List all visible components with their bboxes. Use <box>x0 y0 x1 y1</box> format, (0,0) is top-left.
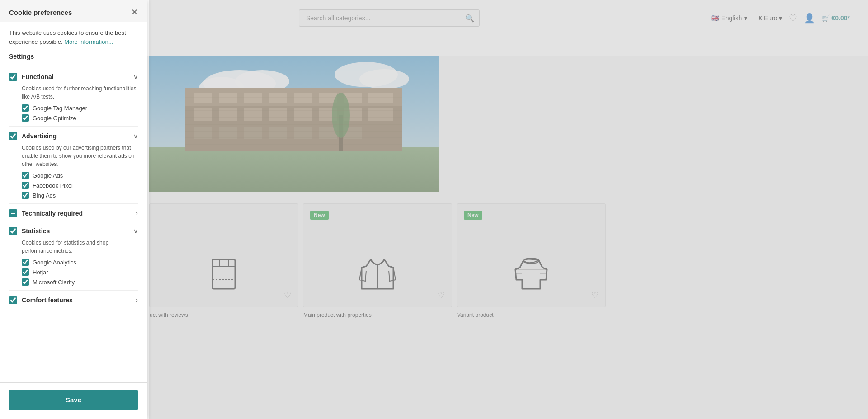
statistics-sub-items: Google Analytics Hotjar Microsoft Clarit… <box>22 259 138 286</box>
category-functional-header[interactable]: Functional ∨ <box>9 67 138 85</box>
cookie-panel-header: Cookie preferences ✕ <box>0 0 147 22</box>
advertising-checkbox[interactable] <box>9 132 17 140</box>
more-info-link[interactable]: More information... <box>64 38 113 45</box>
gtm-label: Google Tag Manager <box>33 105 87 112</box>
ga-checkbox[interactable] <box>22 259 29 266</box>
gtm-checkbox[interactable] <box>22 104 29 112</box>
bing-label: Bing Ads <box>33 192 56 199</box>
functional-description: Cookies used for further reaching functi… <box>22 85 138 101</box>
category-comfort-features: Comfort features › <box>9 291 138 308</box>
overlay <box>149 0 868 419</box>
save-button[interactable]: Save <box>9 390 138 410</box>
cookie-panel: Cookie preferences ✕ This website uses c… <box>0 0 147 419</box>
cookie-close-button[interactable]: ✕ <box>131 8 138 16</box>
hotjar-label: Hotjar <box>33 269 48 276</box>
category-advertising-header[interactable]: Advertising ∨ <box>9 127 138 144</box>
advertising-sub-items: Google Ads Facebook Pixel Bing Ads <box>22 172 138 199</box>
comfort-checkbox[interactable] <box>9 296 17 304</box>
comfort-chevron-icon: › <box>136 297 138 304</box>
statistics-description: Cookies used for statistics and shop per… <box>22 239 138 255</box>
cookie-panel-title: Cookie preferences <box>9 9 72 16</box>
sub-item-fbpx: Facebook Pixel <box>22 182 138 189</box>
category-tech-required-header[interactable]: Technically required › <box>9 204 138 221</box>
bing-checkbox[interactable] <box>22 192 29 199</box>
category-technically-required: Technically required › <box>9 204 138 221</box>
cookie-save-area: Save <box>0 382 147 419</box>
functional-checkbox[interactable] <box>9 73 17 81</box>
fbpx-label: Facebook Pixel <box>33 182 73 189</box>
category-functional: Functional ∨ Cookies used for further re… <box>9 67 138 127</box>
advertising-description: Cookies used by our advertising partners… <box>22 144 138 168</box>
sub-item-gads: Google Ads <box>22 172 138 179</box>
gads-label: Google Ads <box>33 172 63 179</box>
advertising-label: Advertising <box>22 132 133 140</box>
functional-sub-items: Google Tag Manager Google Optimize <box>22 104 138 122</box>
statistics-chevron-icon: ∨ <box>133 227 138 235</box>
tech-required-label: Technically required <box>22 210 136 217</box>
tech-required-chevron-icon: › <box>136 210 138 217</box>
category-statistics: Statistics ∨ Cookies used for statistics… <box>9 221 138 291</box>
category-statistics-header[interactable]: Statistics ∨ <box>9 221 138 239</box>
sub-item-bing: Bing Ads <box>22 192 138 199</box>
advertising-chevron-icon: ∨ <box>133 132 138 140</box>
hotjar-checkbox[interactable] <box>22 268 29 276</box>
go-label: Google Optimize <box>33 115 76 122</box>
cookie-description: This website uses cookies to ensure the … <box>9 28 138 46</box>
sub-item-gtm: Google Tag Manager <box>22 104 138 112</box>
tech-required-checkbox[interactable] <box>9 209 17 217</box>
ga-label: Google Analytics <box>33 259 76 266</box>
comfort-label: Comfort features <box>22 297 136 304</box>
gads-checkbox[interactable] <box>22 172 29 179</box>
cookie-panel-body: This website uses cookies to ensure the … <box>0 22 147 382</box>
category-comfort-header[interactable]: Comfort features › <box>9 291 138 308</box>
msc-checkbox[interactable] <box>22 278 29 286</box>
sub-item-msc: Microsoft Clarity <box>22 278 138 286</box>
functional-label: Functional <box>22 73 133 80</box>
sub-item-hotjar: Hotjar <box>22 268 138 276</box>
go-checkbox[interactable] <box>22 114 29 122</box>
statistics-checkbox[interactable] <box>9 227 17 235</box>
msc-label: Microsoft Clarity <box>33 279 75 286</box>
functional-chevron-icon: ∨ <box>133 73 138 80</box>
fbpx-checkbox[interactable] <box>22 182 29 189</box>
category-advertising: Advertising ∨ Cookies used by our advert… <box>9 127 138 204</box>
sub-item-go: Google Optimize <box>22 114 138 122</box>
statistics-label: Statistics <box>22 227 133 235</box>
sub-item-ga: Google Analytics <box>22 259 138 266</box>
cookie-settings-label: Settings <box>9 53 138 65</box>
